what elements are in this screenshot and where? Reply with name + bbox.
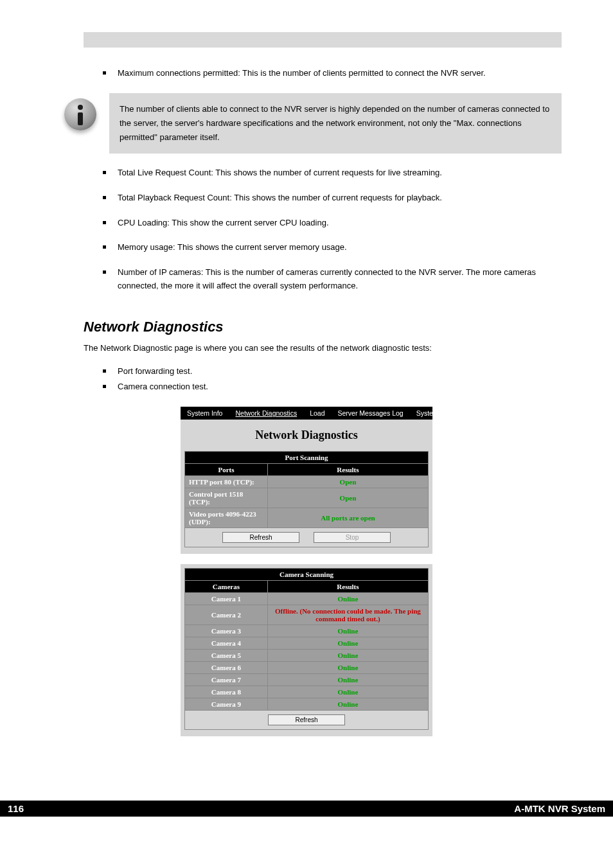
camera-scanning-table: Camera Scanning Cameras Results Camera 1… bbox=[184, 568, 429, 730]
bullet-icon bbox=[103, 221, 106, 224]
port-scanning-panel: Port Scanning Ports Results HTTP port 80… bbox=[181, 447, 432, 554]
cam-panel-header: Camera Scanning bbox=[185, 569, 429, 581]
bullet-icon bbox=[103, 245, 106, 249]
cam-result: Online bbox=[338, 651, 359, 659]
cam-label: Camera 2 bbox=[185, 605, 268, 625]
table-row: Camera 9Online bbox=[185, 698, 429, 711]
bullet-icon bbox=[103, 71, 106, 75]
tab-network-diagnostics[interactable]: Network Diagnostics bbox=[229, 407, 303, 420]
cam-label: Camera 9 bbox=[185, 698, 268, 711]
page-title: Network Diagnostics bbox=[181, 420, 432, 447]
cam-result: Online bbox=[338, 639, 359, 647]
port-result: Open bbox=[340, 478, 357, 486]
bullet-text: Port forwarding test. bbox=[118, 365, 192, 378]
cam-result: Online bbox=[338, 664, 359, 671]
bullet-text: Number of IP cameras: This is the number… bbox=[118, 266, 562, 293]
cam-result: Online bbox=[338, 595, 359, 603]
page-footer: 116 A-MTK NVR System bbox=[0, 801, 613, 817]
table-row: Video ports 4096-4223 (UDP): All ports a… bbox=[185, 508, 429, 528]
info-icon bbox=[64, 98, 100, 134]
footer-title: A-MTK NVR System bbox=[514, 803, 605, 814]
footer-page-number: 116 bbox=[8, 803, 24, 814]
bullet-cam-conn: Camera connection test. bbox=[103, 380, 562, 394]
header-banner bbox=[84, 32, 562, 48]
table-row: Camera 4Online bbox=[185, 637, 429, 650]
cam-label: Camera 7 bbox=[185, 674, 268, 686]
bullet-memory-usage: Memory usage: This shows the current ser… bbox=[103, 241, 562, 254]
bullet-text: Memory usage: This shows the current ser… bbox=[118, 241, 347, 254]
section-heading: Network Diagnostics bbox=[84, 319, 562, 335]
table-row: Camera 7Online bbox=[185, 674, 429, 686]
refresh-button[interactable]: Refresh bbox=[222, 532, 299, 543]
bullet-icon bbox=[103, 270, 106, 274]
cam-col-results: Results bbox=[267, 581, 428, 593]
cam-result: Online bbox=[338, 688, 359, 696]
bullet-cpu-loading: CPU Loading: This show the current serve… bbox=[103, 217, 562, 230]
port-label: Control port 1518 (TCP): bbox=[185, 488, 268, 508]
cam-label: Camera 1 bbox=[185, 593, 268, 605]
cam-result: Offline. (No connection could be made. T… bbox=[275, 607, 421, 623]
network-diagnostics-screenshot: System Info Network Diagnostics Load Ser… bbox=[181, 407, 432, 736]
table-row: HTTP port 80 (TCP): Open bbox=[185, 476, 429, 488]
table-row: Camera 5Online bbox=[185, 650, 429, 662]
table-row: Camera 3Online bbox=[185, 625, 429, 637]
bullet-playback-request: Total Playback Request Count: This shows… bbox=[103, 191, 562, 205]
bullet-text: CPU Loading: This show the current serve… bbox=[118, 217, 329, 230]
bullet-text: Total Playback Request Count: This shows… bbox=[118, 191, 442, 205]
cam-label: Camera 4 bbox=[185, 637, 268, 650]
port-col-results: Results bbox=[267, 464, 428, 476]
tab-load[interactable]: Load bbox=[303, 407, 331, 420]
table-row: Camera 1Online bbox=[185, 593, 429, 605]
cam-col-cameras: Cameras bbox=[185, 581, 268, 593]
port-result: Open bbox=[340, 494, 357, 502]
port-label: Video ports 4096-4223 (UDP): bbox=[185, 508, 268, 528]
bullet-text: Maximum connections permitted: This is t… bbox=[118, 67, 486, 80]
bullet-icon bbox=[103, 385, 106, 388]
table-row: Control port 1518 (TCP): Open bbox=[185, 488, 429, 508]
port-col-ports: Ports bbox=[185, 464, 268, 476]
cam-result: Online bbox=[338, 676, 359, 684]
port-panel-header: Port Scanning bbox=[185, 452, 429, 464]
bullet-icon bbox=[103, 196, 106, 199]
cam-label: Camera 3 bbox=[185, 625, 268, 637]
cam-label: Camera 8 bbox=[185, 686, 268, 698]
bullet-text: Camera connection test. bbox=[118, 380, 208, 394]
port-label: HTTP port 80 (TCP): bbox=[185, 476, 268, 488]
cam-result: Online bbox=[338, 700, 359, 708]
stop-button[interactable]: Stop bbox=[314, 532, 391, 543]
refresh-button[interactable]: Refresh bbox=[268, 714, 345, 725]
cam-label: Camera 5 bbox=[185, 650, 268, 662]
table-row: Camera 8Online bbox=[185, 686, 429, 698]
bullet-max-connections: Maximum connections permitted: This is t… bbox=[103, 67, 562, 80]
tabs-bar: System Info Network Diagnostics Load Ser… bbox=[181, 407, 432, 420]
port-scanning-table: Port Scanning Ports Results HTTP port 80… bbox=[184, 451, 429, 547]
cam-result: Online bbox=[338, 627, 359, 635]
cam-label: Camera 6 bbox=[185, 662, 268, 674]
tab-system-downloads[interactable]: System Downloads bbox=[410, 407, 481, 420]
table-row: Camera 2Offline. (No connection could be… bbox=[185, 605, 429, 625]
tab-system-info[interactable]: System Info bbox=[181, 407, 229, 420]
camera-scanning-panel: Camera Scanning Cameras Results Camera 1… bbox=[181, 564, 432, 736]
bullet-live-request: Total Live Request Count: This shows the… bbox=[103, 166, 562, 180]
port-result: All ports are open bbox=[321, 514, 375, 522]
bullet-icon bbox=[103, 171, 106, 174]
tab-server-messages-log[interactable]: Server Messages Log bbox=[332, 407, 410, 420]
table-row: Camera 6Online bbox=[185, 662, 429, 674]
bullet-text: Total Live Request Count: This shows the… bbox=[118, 166, 442, 180]
section-para: The Network Diagnostic page is where you… bbox=[84, 342, 562, 355]
info-callout: The number of clients able to connect to… bbox=[64, 93, 562, 154]
bullet-port-fwd: Port forwarding test. bbox=[103, 365, 562, 378]
info-text: The number of clients able to connect to… bbox=[109, 93, 562, 154]
bullet-ip-cameras: Number of IP cameras: This is the number… bbox=[103, 266, 562, 293]
bullet-icon bbox=[103, 369, 106, 373]
